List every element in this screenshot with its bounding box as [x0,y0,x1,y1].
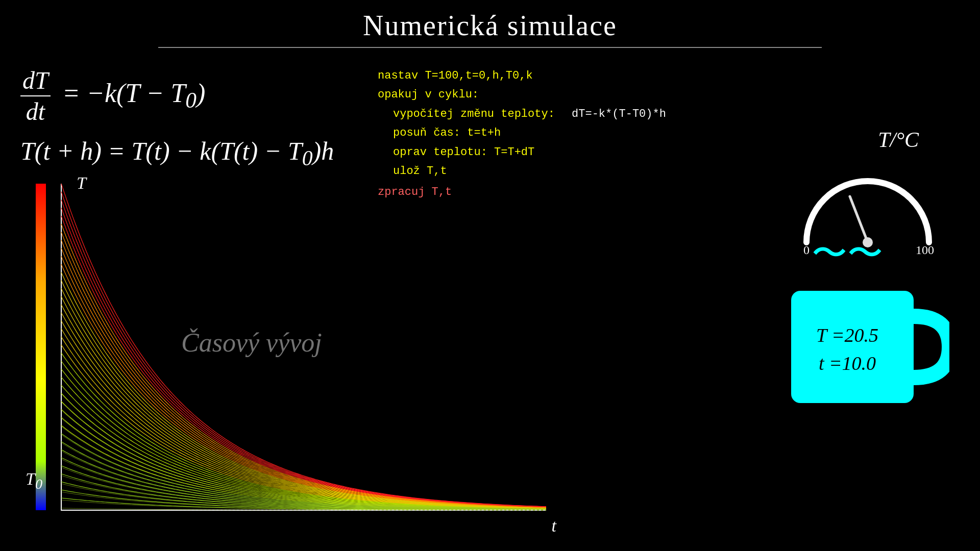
equation-1: dT dt = −k(T − T0) [20,66,368,126]
mug-svg: T =20.5 t =10.0 [786,270,949,413]
mug-container: 〜〜 T =20.5 t =10.0 [786,270,949,429]
svg-text:T =20.5: T =20.5 [816,324,878,346]
chart-area: T T0 t Časový vývoj [20,173,556,541]
chart-title: Časový vývoj [181,328,322,358]
code-line-2: opakuj v cyklu: [378,85,674,104]
temp-axis-label: T/°C [878,128,919,152]
chart-x-label: t [552,516,556,536]
title-section: Numerická simulace [0,0,980,48]
code-line-5: oprav teplotu: T=T+dT [393,143,674,162]
page-title: Numerická simulace [0,9,980,42]
svg-rect-4 [791,291,914,403]
title-divider [158,47,822,48]
equation-2: T(t + h) = T(t) − k(T(t) − T0)h [20,136,368,170]
chart-y-label: T [77,173,86,193]
fraction-dT-dt: dT dt [20,66,51,126]
svg-text:t =10.0: t =10.0 [819,353,876,374]
code-line-3: vypočítej změnu teploty: dT=-k*(T-T0)*h [393,105,674,123]
svg-text:0: 0 [803,243,810,255]
code-line-1: nastav T=100,t=0,h,T0,k [378,66,674,85]
steam-icon: 〜〜 [812,230,883,278]
formula-area: dT dt = −k(T − T0) T(t + h) = T(t) − k(T… [20,66,368,181]
chart-y0-label: T0 [26,469,42,492]
code-line-4: posuň čas: t=t+h [393,123,674,142]
svg-text:100: 100 [916,243,934,255]
